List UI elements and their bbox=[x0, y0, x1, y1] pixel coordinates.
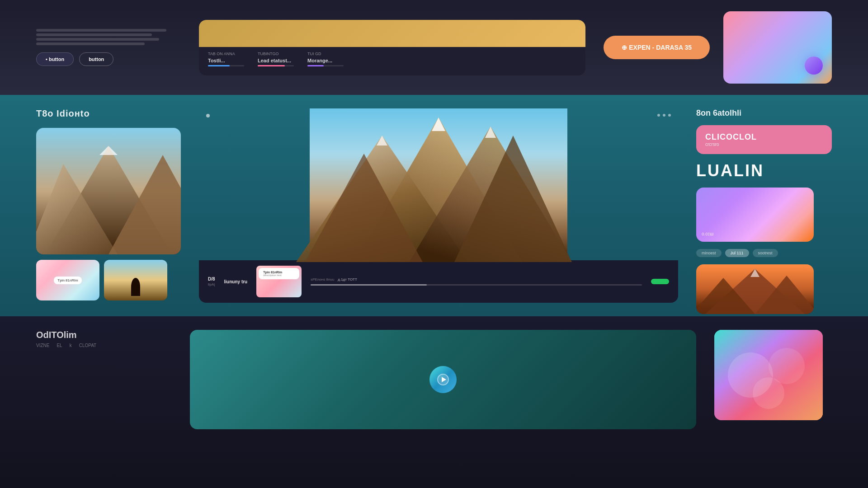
big-title: LUALIN bbox=[696, 161, 832, 180]
colorful-card-svg bbox=[714, 330, 823, 420]
pink-card[interactable]: CLICOCLOL crcrsro bbox=[696, 125, 832, 154]
progress-track[interactable] bbox=[311, 284, 642, 286]
mountain-svg-left bbox=[36, 128, 181, 254]
stat-label-2: TUBINTGO bbox=[258, 52, 294, 56]
card-dot-indicator bbox=[206, 114, 210, 117]
media-player-bar: D/8 llpA| liununy tru Tpin 81nRlm descri… bbox=[199, 260, 678, 303]
pink-card-sub: crcrsro bbox=[705, 142, 823, 147]
bottom-nav: VIZNE EL k CLOPAT bbox=[36, 343, 172, 348]
player-thumbnail: Tpin 81nRlm description text bbox=[256, 266, 302, 297]
cdot-2 bbox=[663, 114, 665, 117]
nav-item-1[interactable]: VIZNE bbox=[36, 343, 49, 348]
mountain-card-sm bbox=[696, 264, 814, 314]
stat-item-1: TAB ON ANNA Tostli... bbox=[208, 52, 244, 66]
tags-row: minoest Jul 111 sootrest bbox=[696, 249, 832, 257]
play-icon bbox=[436, 373, 450, 386]
player-progress[interactable]: sPEnoнs 8nuu д.1дт TOTT bbox=[311, 277, 642, 286]
text-line-2 bbox=[36, 33, 152, 36]
middle-center: D/8 llpA| liununy tru Tpin 81nRlm descri… bbox=[199, 108, 678, 303]
thumbnail-1: Tpin 81nRlm bbox=[36, 260, 99, 300]
stat-label-1: TAB ON ANNA bbox=[208, 52, 244, 56]
stat-label-3: TUI GD bbox=[307, 52, 344, 56]
floating-orb bbox=[805, 56, 823, 75]
tag-2-active[interactable]: Jul 111 bbox=[725, 249, 749, 257]
player-title: D/8 bbox=[208, 277, 215, 282]
middle-right: 8on 6atolhli CLICOCLOL crcrsro LUALIN о.… bbox=[696, 108, 832, 314]
top-center-widget: TAB ON ANNA Tostli... TUBINTGO Lead etat… bbox=[199, 20, 585, 75]
pink-card-title: CLICOCLOL bbox=[705, 132, 823, 142]
main-mountain-svg bbox=[199, 108, 678, 262]
stat-bar-3 bbox=[307, 65, 344, 66]
svg-point-24 bbox=[753, 377, 784, 409]
stat-value-1: Tostli... bbox=[208, 58, 244, 63]
cdot-1 bbox=[657, 114, 660, 117]
top-section: • button button TAB ON ANNA Tostli... TU… bbox=[0, 0, 868, 95]
main-big-card bbox=[199, 108, 678, 262]
card-dots-row bbox=[657, 114, 671, 117]
text-line-4 bbox=[36, 42, 145, 45]
bottom-title: OdITOlim bbox=[36, 330, 172, 340]
nav-item-4[interactable]: CLOPAT bbox=[79, 343, 97, 348]
player-time: д.1дт TOTT bbox=[338, 277, 357, 282]
text-lines bbox=[36, 29, 181, 45]
player-right-label: sPEnoнs 8nuu bbox=[311, 277, 334, 282]
cdot-3 bbox=[668, 114, 671, 117]
middle-left: T8o Idioнto bbox=[36, 108, 181, 300]
bottom-left: OdITOlim VIZNE EL k CLOPAT bbox=[36, 330, 172, 357]
thumb-text-1: Tpin 81nRlm bbox=[54, 277, 81, 284]
stat-value-3: Morange... bbox=[307, 58, 344, 63]
tag-1[interactable]: minoest bbox=[696, 249, 722, 257]
thumb-bg-2 bbox=[104, 260, 167, 300]
stat-item-2: TUBINTGO Lead etatust... bbox=[258, 52, 294, 66]
thumbnail-row: Tpin 81nRlm bbox=[36, 260, 181, 300]
silhouette-figure bbox=[131, 278, 140, 296]
bottom-big-card bbox=[190, 330, 696, 429]
popup-text: description text bbox=[263, 274, 295, 277]
right-section-title: 8on 6atolhli bbox=[696, 108, 832, 118]
player-subtitle: llpA| bbox=[208, 282, 215, 286]
top-image-card bbox=[723, 11, 832, 84]
colorful-card bbox=[714, 330, 823, 420]
bottom-right bbox=[714, 330, 832, 420]
green-action-button[interactable] bbox=[651, 279, 669, 284]
thumbnail-2 bbox=[104, 260, 167, 300]
gradient-bg: о.ссш bbox=[696, 188, 814, 242]
top-left-card: • button button bbox=[36, 29, 181, 66]
top-right-area: ⊕ EXPEN - DARASA 35 bbox=[604, 11, 832, 84]
cta-button[interactable]: ⊕ EXPEN - DARASA 35 bbox=[604, 36, 710, 59]
stat-bar-fill-3 bbox=[307, 65, 324, 66]
grad-text: о.ссш bbox=[702, 231, 713, 236]
stat-value-2: Lead etatust... bbox=[258, 58, 294, 63]
stat-bar-fill-1 bbox=[208, 65, 230, 66]
tag-3[interactable]: sootrest bbox=[753, 249, 778, 257]
stat-bar-2 bbox=[258, 65, 294, 66]
nav-item-2[interactable]: EL bbox=[57, 343, 62, 348]
main-mountain-card-left bbox=[36, 128, 181, 254]
player-right bbox=[651, 279, 669, 284]
player-popup: Tpin 81nRlm description text bbox=[259, 268, 299, 279]
player-meta: sPEnoнs 8nuu д.1дт TOTT bbox=[311, 277, 642, 282]
progress-fill bbox=[311, 284, 426, 286]
thumb-bg-1: Tpin 81nRlm bbox=[36, 260, 99, 300]
stat-item-3: TUI GD Morange... bbox=[307, 52, 344, 66]
text-line-3 bbox=[36, 38, 159, 41]
top-buttons: • button button bbox=[36, 52, 181, 66]
stat-bar-1 bbox=[208, 65, 244, 66]
player-info: D/8 llpA| bbox=[208, 277, 215, 286]
text-line-1 bbox=[36, 29, 166, 32]
nav-item-3[interactable]: k bbox=[70, 343, 72, 348]
player-col2: liununy tru bbox=[224, 279, 248, 284]
stat-bar-fill-2 bbox=[258, 65, 285, 66]
middle-section: T8o Idioнto bbox=[0, 95, 868, 316]
bottom-section: OdITOlim VIZNE EL k CLOPAT bbox=[0, 316, 868, 488]
mountain-sm-svg bbox=[696, 264, 814, 314]
middle-left-title: T8o Idioнto bbox=[36, 108, 181, 119]
bottom-bg bbox=[190, 330, 696, 429]
gradient-card-sm: о.ссш bbox=[696, 188, 814, 242]
btn-2[interactable]: button bbox=[79, 52, 113, 66]
btn-1[interactable]: • button bbox=[36, 52, 74, 66]
popup-title: Tpin 81nRlm bbox=[263, 271, 295, 274]
widget-stats: TAB ON ANNA Tostli... TUBINTGO Lead etat… bbox=[208, 52, 576, 66]
bottom-center bbox=[190, 330, 696, 429]
circle-icon bbox=[429, 366, 457, 393]
